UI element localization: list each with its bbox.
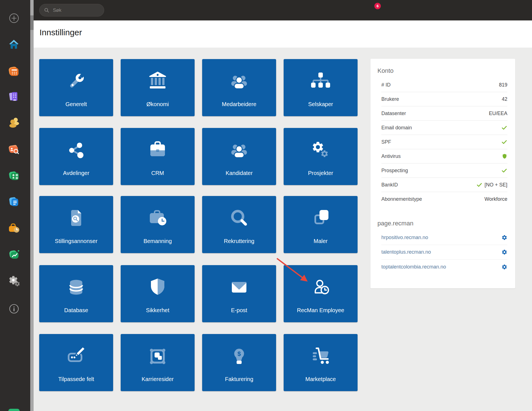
briefcase-clock-icon	[121, 206, 195, 231]
pagerecman-title: page.recman	[370, 206, 515, 227]
check-icon	[501, 139, 507, 145]
konto-row-prospecting: Prospecting	[381, 164, 507, 178]
check-icon	[476, 182, 482, 188]
konto-row-brukere: Brukere 42	[381, 92, 507, 106]
field-pencil-icon	[39, 344, 113, 369]
page-header: Innstillinger	[34, 20, 532, 48]
tile-medarbeidere[interactable]: Medarbeidere	[202, 59, 276, 116]
people-icon	[202, 137, 276, 163]
chart-icon	[8, 248, 20, 261]
sidebar-item-planner[interactable]	[8, 65, 20, 78]
org-chart-icon	[284, 69, 358, 94]
sidebar-item-prospecting[interactable]	[8, 143, 20, 156]
domain-link[interactable]: hrpositivo.recman.no	[381, 235, 428, 240]
tile-selskaper[interactable]: Selskaper	[284, 59, 358, 116]
info-icon	[8, 302, 20, 315]
domain-rows: hrpositivo.recman.no talentoplus.recman.…	[381, 230, 507, 274]
konto-rows: # ID 819 Brukere 42 Datasenter EU/EEA Em…	[381, 78, 507, 206]
check-icon	[501, 167, 507, 174]
konto-row-spf: SPF	[381, 135, 507, 149]
envelope-icon	[202, 275, 276, 300]
check-icon	[501, 125, 507, 131]
tile-stillingsannonser[interactable]: Stillingsannonser	[39, 196, 113, 253]
tile-karrieresider[interactable]: Karrieresider	[121, 334, 195, 391]
tile-maler[interactable]: Maler	[284, 196, 358, 253]
tile-sikkerhet[interactable]: Sikkerhet	[121, 265, 195, 322]
database-icon	[39, 275, 113, 300]
briefcase-icon	[121, 137, 195, 163]
konto-row-id: # ID 819	[381, 78, 507, 92]
sidebar-item-contacts[interactable]	[8, 116, 20, 129]
templates-icon	[284, 206, 358, 231]
svg-text:$: $	[237, 350, 241, 357]
tile-crm[interactable]: CRM	[121, 128, 195, 185]
konto-row-bankid: BankID [NO + SE]	[381, 178, 507, 192]
domain-settings-icon[interactable]	[501, 249, 507, 255]
account-panel: Konto # ID 819 Brukere 42 Datasenter EU/…	[370, 59, 515, 288]
plus-icon	[8, 12, 20, 24]
konto-row-abonnementstype: Abonnementstype Workforce	[381, 192, 507, 206]
sidebar-item-documents[interactable]	[8, 195, 20, 208]
app-window: Søk 6 Innstillinger Generelt Økonomi Med…	[0, 0, 532, 411]
bulb-dollar-icon: $	[202, 344, 276, 369]
sidebar-item-home[interactable]	[8, 38, 20, 51]
people-icon	[202, 69, 276, 94]
sidebar-item-reports[interactable]	[8, 248, 20, 261]
magnifier-icon	[202, 206, 276, 231]
domain-row: hrpositivo.recman.no	[381, 230, 507, 245]
search-placeholder: Søk	[53, 8, 61, 13]
share-nodes-icon	[39, 137, 113, 163]
bank-icon	[121, 69, 195, 94]
konto-row-antivirus: Antivirus	[381, 149, 507, 164]
sidebar-item-info[interactable]	[8, 302, 20, 315]
sidebar-item-economy[interactable]	[8, 169, 20, 182]
person-clock-icon	[284, 275, 358, 300]
add-button[interactable]	[8, 12, 20, 25]
shield-icon	[121, 275, 195, 300]
sidebar-scrollbar[interactable]	[30, 0, 34, 411]
notification-badge: 6	[374, 3, 381, 9]
page-title: Innstillinger	[39, 28, 82, 37]
domain-link[interactable]: toptalentcolombia.recman.no	[381, 264, 446, 270]
gears-icon	[8, 274, 20, 287]
buildings-icon	[8, 90, 20, 103]
gears-icon	[284, 137, 358, 163]
domain-settings-icon[interactable]	[501, 235, 507, 240]
shield-status-icon	[502, 153, 507, 159]
scrollbar-thumb[interactable]	[30, 15, 34, 30]
domain-row: talentoplus.recman.no	[381, 245, 507, 260]
app-sidebar	[0, 0, 30, 411]
card-search-icon	[8, 143, 20, 156]
tile-avdelinger[interactable]: Avdelinger	[39, 128, 113, 185]
domain-settings-icon[interactable]	[501, 264, 507, 270]
konto-title: Konto	[370, 59, 515, 74]
tile-prosjekter[interactable]: Prosjekter	[284, 128, 358, 185]
contacts-icon	[8, 116, 20, 129]
konto-row-email-domain: Email domain	[381, 121, 507, 135]
search-icon	[44, 7, 50, 13]
tile-marketplace[interactable]: Marketplace	[284, 334, 358, 391]
konto-row-datasenter: Datasenter EU/EEA	[381, 106, 507, 121]
tile-okonomi[interactable]: Økonomi	[121, 59, 195, 116]
sidebar-item-settings[interactable]	[8, 274, 20, 287]
documents-icon	[8, 195, 20, 208]
tile-epost[interactable]: E-post	[202, 265, 276, 322]
search-input[interactable]: Søk	[39, 4, 104, 17]
tile-recman-employee[interactable]: RecMan Employee	[284, 265, 358, 322]
tile-rekruttering[interactable]: Rekruttering	[202, 196, 276, 253]
sidebar-item-staffing[interactable]	[8, 222, 20, 235]
more-app-icon[interactable]	[8, 409, 20, 411]
tile-bemanning[interactable]: Bemanning	[121, 196, 195, 253]
calculator-icon	[8, 169, 20, 182]
cart-icon	[284, 344, 358, 369]
tile-generelt[interactable]: Generelt	[39, 59, 113, 116]
tile-database[interactable]: Database	[39, 265, 113, 322]
tile-fakturering[interactable]: $ Fakturering	[202, 334, 276, 391]
tile-kandidater[interactable]: Kandidater	[202, 128, 276, 185]
document-search-icon	[39, 206, 113, 231]
tile-tilpassede-felt[interactable]: Tilpassede felt	[39, 334, 113, 391]
briefcase-clock-icon	[8, 222, 20, 235]
sidebar-item-companies[interactable]	[8, 90, 20, 103]
domain-link[interactable]: talentoplus.recman.no	[381, 249, 431, 255]
calendar-icon	[8, 65, 20, 78]
